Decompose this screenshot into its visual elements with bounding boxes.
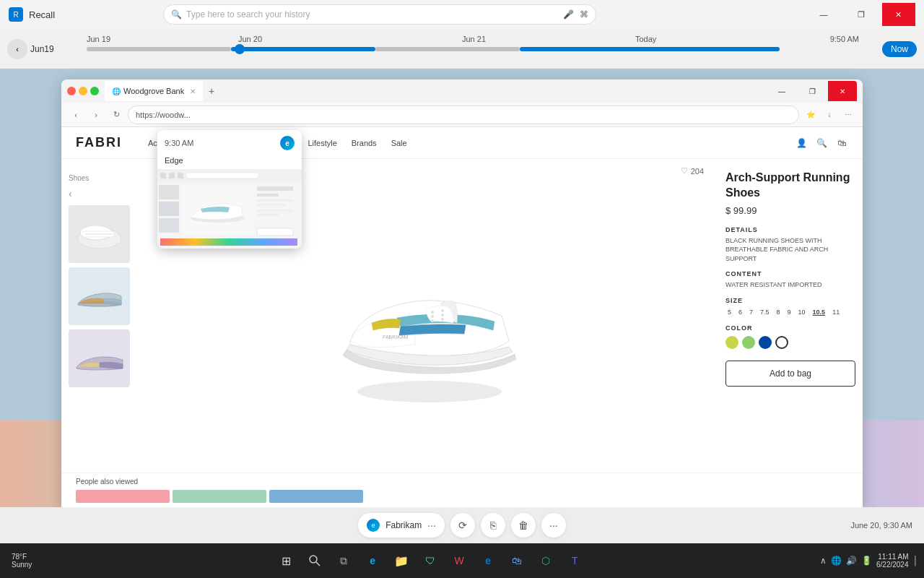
also-item-2[interactable] [173,490,266,503]
search-icon[interactable]: 🔍 [815,137,828,150]
product-title: Arch-Support Running Shoes [725,171,855,201]
cart-icon[interactable]: 🛍 [835,137,848,150]
size-11[interactable]: 11 [830,307,842,317]
thumbnail-2[interactable] [69,267,130,325]
refresh-button[interactable]: ↻ [108,106,125,124]
browser-icon-2[interactable]: ↓ [821,106,838,124]
browser-close[interactable]: ✕ [828,81,857,101]
thumb-shoe-3-svg [71,335,128,382]
timeline-bar-4[interactable] [520,47,780,51]
also-item-1[interactable] [76,490,170,503]
date-jun19: Jun 19 [87,35,110,43]
browser-icon-3[interactable]: ⋯ [840,106,857,124]
size-8[interactable]: 8 [775,307,783,317]
browser-minimize[interactable]: — [767,81,796,101]
close-button[interactable]: ✕ [882,3,915,26]
size-10[interactable]: 10 [796,307,808,317]
taskbar-start[interactable]: ⊞ [273,548,299,574]
svg-rect-29 [257,214,279,216]
now-button[interactable]: Now [882,41,917,57]
timeline-thumb[interactable] [235,44,245,54]
color-white[interactable] [775,336,788,349]
breadcrumb: Shoes [69,174,89,182]
app-pill-icon: e [367,519,380,532]
size-7[interactable]: 7 [747,307,755,317]
taskbar-edge-2[interactable]: e [475,548,501,574]
volume-icon[interactable]: 🔊 [846,556,857,566]
also-viewed-items [76,490,848,503]
date-today: Today [635,35,656,43]
maximize-button[interactable]: ❐ [845,3,878,26]
popup-thumbnail[interactable] [157,169,302,249]
color-yellow[interactable] [725,336,738,349]
content-text: WATER RESISTANT IMPORTED [725,280,855,290]
delete-button[interactable]: 🗑 [511,513,536,538]
thumbnail-3[interactable] [69,329,130,387]
thumbnail-1[interactable] [69,205,130,263]
app-pill-menu[interactable]: ··· [427,519,436,531]
search-placeholder: Type here to search your history [186,9,559,20]
more-button[interactable]: ··· [541,513,566,538]
recapture-button[interactable]: ⟳ [450,513,475,538]
forward-button[interactable]: › [87,106,105,124]
nav-lifestyle[interactable]: Lifestyle [308,139,336,147]
weather-widget[interactable]: 78°F Sunny [6,553,38,569]
timeline-bar-2[interactable] [231,47,375,51]
size-75[interactable]: 7.5 [758,307,772,317]
taskbar-task-view[interactable]: ⧉ [331,548,357,574]
show-desktop-icon[interactable]: │ [913,556,919,566]
size-6[interactable]: 6 [736,307,744,317]
battery-icon[interactable]: 🔋 [861,556,872,566]
taskbar-xbox[interactable]: ⬡ [533,548,559,574]
search-icon: 🔍 [171,9,182,20]
svg-point-11 [441,318,444,321]
thumb-prev[interactable]: ‹ [69,188,72,199]
new-tab-button[interactable]: + [203,82,220,100]
edge-popup[interactable]: 9:30 AM e Edge [157,130,302,249]
action-bar: e Fabrikam ··· ⟳ ⎘ 🗑 ··· June 20, 9:30 A… [0,507,924,543]
taskbar-file-explorer[interactable]: 📁 [388,548,414,574]
taskbar-search[interactable] [302,548,328,574]
color-green[interactable] [742,336,755,349]
color-blue[interactable] [759,336,772,349]
add-to-bag-button[interactable]: Add to bag [725,361,855,387]
copy-button[interactable]: ⎘ [481,513,505,538]
mic-icon[interactable]: 🎤 [563,9,574,20]
timeline-nav-date: Jun19 [30,44,54,54]
chevron-up-icon[interactable]: ∧ [820,556,827,566]
taskbar-store[interactable]: 🛍 [504,548,530,574]
back-button[interactable]: ‹ [67,106,84,124]
taskbar-office[interactable]: W [446,548,472,574]
taskbar-teams[interactable]: T [562,548,588,574]
browser-min-btn[interactable] [79,87,87,95]
also-item-3[interactable] [269,490,363,503]
browser-close-btn[interactable] [67,87,76,95]
browser-window-controls: — ❐ ✕ [767,81,857,101]
browser-max-btn[interactable] [90,87,99,95]
search-options-icon[interactable]: ⌘ [580,9,588,20]
taskbar-clock[interactable]: 11:11 AM 6/22/2024 [876,553,909,569]
browser-icon-1[interactable]: ⭐ [802,106,819,124]
minimize-button[interactable]: — [807,3,840,26]
tab-close-icon[interactable]: ✕ [190,87,196,95]
search-bar[interactable]: 🔍 Type here to search your history 🎤 ⌘ [163,4,596,25]
taskbar-date-display: 6/22/2024 [876,561,909,569]
taskbar-edge[interactable]: e [359,548,385,574]
browser-restore[interactable]: ❐ [798,81,827,101]
size-105[interactable]: 10.5 [811,307,828,317]
main-shoe-image: FABRIKAM [314,215,545,417]
svg-rect-26 [257,199,293,202]
taskbar-defender[interactable]: 🛡 [417,548,443,574]
also-viewed: People also viewed [61,473,863,507]
taskbar-right: ∧ 🌐 🔊 🔋 11:11 AM 6/22/2024 │ [820,553,918,569]
size-9[interactable]: 9 [785,307,793,317]
browser-tab-active[interactable]: 🌐 Woodgrove Bank ✕ [105,81,203,101]
address-input[interactable]: https://woodw... [128,105,799,124]
heart-badge[interactable]: ♡ 204 [681,166,704,176]
network-icon[interactable]: 🌐 [831,556,842,566]
size-5[interactable]: 5 [725,307,733,317]
timeline-back-button[interactable]: ‹ [7,39,27,59]
user-icon[interactable]: 👤 [795,137,808,150]
nav-sale[interactable]: Sale [391,139,407,147]
nav-brands[interactable]: Brands [352,139,377,147]
